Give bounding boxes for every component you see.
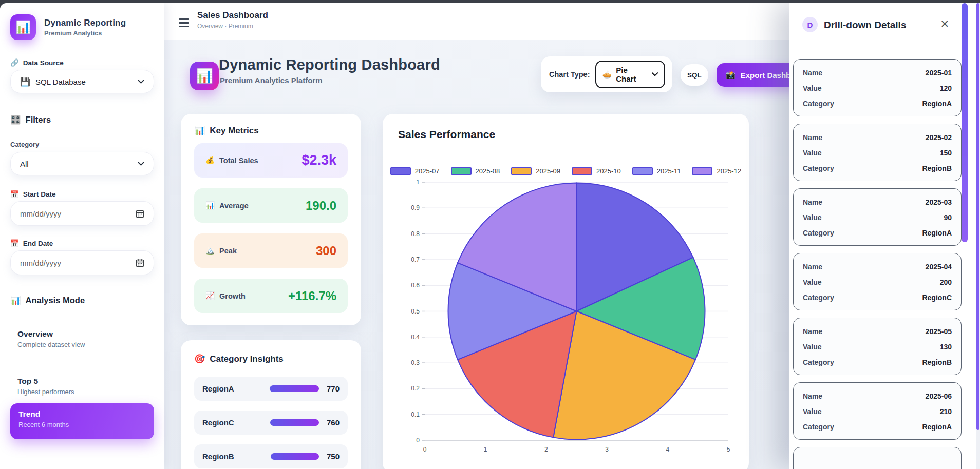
- drill-name-label: Name: [803, 197, 822, 208]
- camera-flash-icon: 📸: [726, 70, 736, 80]
- drill-value-label: Value: [803, 83, 822, 94]
- drill-value-label: Value: [803, 212, 822, 223]
- drilldown-card: Name2025-03 Value90 CategoryRegionA: [793, 188, 962, 246]
- legend-label: 2025-12: [717, 167, 741, 175]
- legend-swatch: [632, 167, 653, 175]
- sales-performance-card: Sales Performance 2025-072025-082025-092…: [383, 114, 749, 469]
- y-tick-label: 0.6: [411, 282, 420, 289]
- drill-name-value: 2025-01: [926, 68, 952, 79]
- money-bag-icon: 💰: [205, 156, 215, 165]
- drill-category-value: RegionA: [922, 228, 952, 239]
- mode-item-top5[interactable]: Top 5 Highest performers: [10, 374, 154, 399]
- filters-heading: 🎛️ Filters: [10, 115, 51, 125]
- legend-item-2025-07[interactable]: 2025-07: [390, 167, 440, 175]
- drill-name-label: Name: [803, 132, 822, 143]
- pie-icon: 🥧: [602, 70, 612, 79]
- legend-item-2025-09[interactable]: 2025-09: [511, 167, 560, 175]
- drilldown-card: Name2025-04 Value200 CategoryRegionC: [793, 253, 962, 310]
- bar-chart-icon: 📊: [205, 201, 215, 210]
- legend-item-2025-10[interactable]: 2025-10: [572, 167, 621, 175]
- drilldown-card: Name2025-02 Value150 CategoryRegionB: [793, 124, 962, 181]
- y-tick-label: 0.9: [411, 204, 420, 211]
- brand-title: Dynamic Reporting: [44, 18, 126, 28]
- data-source-select[interactable]: 💾 SQL Database: [10, 70, 154, 93]
- control-knobs-icon: 🎛️: [10, 115, 21, 125]
- legend-item-2025-12[interactable]: 2025-12: [692, 167, 741, 175]
- panel-scrollbar-thumb[interactable]: [962, 3, 968, 242]
- y-tick-label: 1: [416, 179, 420, 186]
- category-row: RegionA 770: [194, 377, 348, 401]
- drill-value-value: 200: [940, 277, 952, 288]
- app-window: 📊 Dynamic Reporting Premium Analytics 🔗 …: [0, 0, 980, 469]
- category-value: 750: [319, 452, 340, 461]
- drill-value-label: Value: [803, 277, 822, 288]
- pie-chart: 00.10.20.30.40.50.60.70.80.91012345: [383, 179, 749, 468]
- close-icon[interactable]: ✕: [940, 18, 949, 29]
- chevron-down-icon: [138, 80, 144, 84]
- category-select[interactable]: All: [10, 152, 154, 175]
- drill-name-value: 2025-04: [926, 262, 952, 272]
- y-tick-label: 0.3: [411, 359, 420, 366]
- target-icon: 🎯: [194, 354, 205, 364]
- sql-button[interactable]: SQL: [681, 64, 708, 86]
- browser-scrollbar: [976, 3, 980, 469]
- chart-type-select[interactable]: 🥧 Pie Chart: [595, 61, 666, 88]
- category-name: RegionB: [202, 452, 271, 461]
- x-tick-label: 5: [727, 446, 730, 453]
- drill-category-label: Category: [803, 357, 834, 368]
- drill-category-label: Category: [803, 422, 834, 433]
- category-bar-fill: [270, 385, 319, 392]
- y-tick-label: 0.8: [411, 230, 420, 238]
- drill-value-label: Value: [803, 148, 822, 159]
- start-date-input[interactable]: mm/dd/yyyy: [10, 201, 154, 226]
- bar-chart-icon: 📊: [10, 296, 21, 305]
- x-tick-label: 4: [666, 446, 669, 453]
- drill-value-label: Value: [803, 342, 822, 353]
- category-name: RegionA: [202, 384, 270, 393]
- chart-type-label: Chart Type:: [549, 70, 590, 79]
- mode-item-overview[interactable]: Overview Complete dataset view: [10, 326, 154, 351]
- legend-swatch: [390, 167, 411, 175]
- drilldown-card-partial: [793, 447, 962, 469]
- drill-category-value: RegionA: [922, 99, 952, 109]
- metric-value: +116.7%: [288, 289, 336, 303]
- drilldown-card: Name2025-05 Value130 CategoryRegionB: [793, 318, 962, 375]
- end-date-input[interactable]: mm/dd/yyyy: [10, 250, 154, 275]
- drill-category-label: Category: [803, 99, 834, 109]
- legend-item-2025-11[interactable]: 2025-11: [632, 167, 681, 175]
- category-bar-fill: [270, 419, 319, 426]
- y-tick-label: 0.4: [411, 334, 420, 341]
- legend-swatch: [572, 167, 592, 175]
- category-rows: RegionA 770 RegionC 760 RegionB 750: [194, 377, 348, 468]
- x-tick-label: 3: [605, 446, 609, 453]
- sidebar: 📊 Dynamic Reporting Premium Analytics 🔗 …: [0, 3, 164, 469]
- mode-item-trend[interactable]: Trend Recent 6 months: [10, 403, 154, 439]
- bar-chart-icon: 📊: [15, 20, 31, 34]
- drill-value-value: 150: [940, 148, 952, 159]
- drill-category-label: Category: [803, 292, 834, 303]
- drill-name-value: 2025-06: [926, 391, 952, 402]
- calendar-icon: 📅: [10, 239, 19, 247]
- calendar-picker-icon[interactable]: [136, 209, 144, 218]
- legend-item-2025-08[interactable]: 2025-08: [451, 167, 500, 175]
- database-icon: 💾: [20, 77, 30, 87]
- legend-label: 2025-09: [536, 167, 560, 175]
- y-tick-label: 0.7: [411, 256, 420, 263]
- browser-scrollbar-thumb[interactable]: [976, 3, 979, 430]
- drilldown-card: Name2025-06 Value210 CategoryRegionA: [793, 382, 962, 440]
- category-insights-card: 🎯 Category Insights RegionA 770 RegionC …: [181, 340, 361, 469]
- drilldown-title: Drill-down Details: [824, 19, 906, 31]
- category-insights-title: 🎯 Category Insights: [194, 354, 348, 364]
- chevron-down-icon: [138, 162, 144, 166]
- calendar-icon: 📅: [10, 190, 19, 198]
- bar-chart-icon: 📊: [196, 68, 213, 84]
- drill-category-label: Category: [803, 228, 834, 239]
- calendar-picker-icon[interactable]: [136, 259, 144, 267]
- category-row: RegionB 750: [194, 444, 348, 468]
- chart-legend: 2025-072025-082025-092025-102025-112025-…: [383, 166, 749, 175]
- menu-hamburger-icon[interactable]: [179, 18, 189, 29]
- legend-label: 2025-10: [596, 167, 621, 175]
- end-date-placeholder: mm/dd/yyyy: [20, 259, 61, 267]
- legend-label: 2025-08: [476, 167, 500, 175]
- link-icon: 🔗: [10, 58, 19, 67]
